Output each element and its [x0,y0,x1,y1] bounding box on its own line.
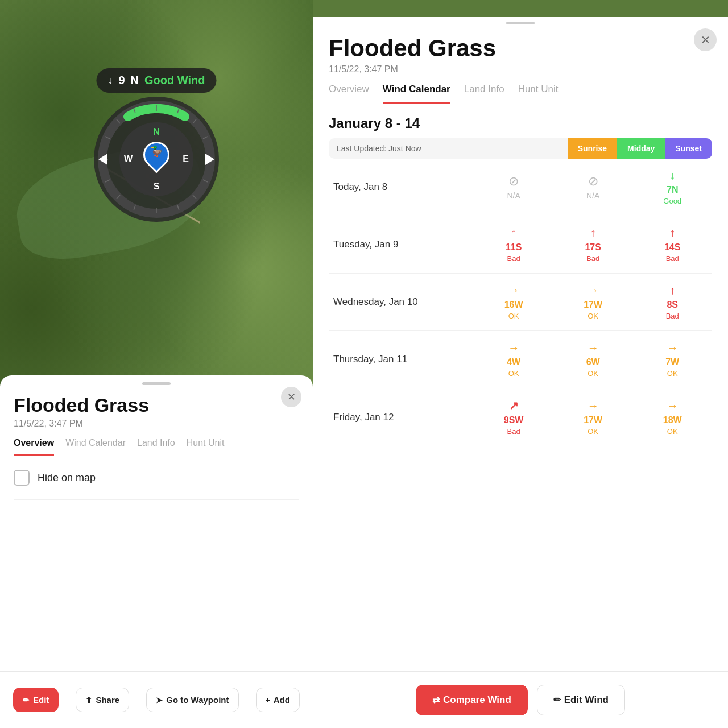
wind-cell-sunset: ↑ 8S Bad [632,274,712,331]
right-panel: ✕ Flooded Grass 11/5/22, 3:47 PM Overvie… [313,0,728,728]
pin-icon: 🦆 [150,145,163,158]
tab-wind-calendar-left[interactable]: Wind Calendar [65,438,126,456]
wind-cell-midday: → 17W OK [553,388,633,446]
wind-val: ↑ 17S Bad [558,226,628,263]
wind-number-dir: 9SW [504,415,524,426]
compass-outer: N S E W 🦆 [94,97,219,222]
tab-land-info-right[interactable]: Land Info [464,84,504,104]
sheet-date-left: 11/5/22, 3:47 PM [14,419,299,429]
go-to-waypoint-button[interactable]: ➤ Go to Waypoint [146,688,238,712]
wind-arrow-icon: → [588,341,599,354]
wind-number-dir: 17S [585,242,601,253]
bottom-sheet-left: ✕ Flooded Grass 11/5/22, 3:47 PM Overvie… [0,375,313,728]
edit-button-left[interactable]: ✏ Edit [13,688,59,712]
sheet-tabs-left: Overview Wind Calendar Land Info Hunt Un… [14,438,299,456]
wind-quality: OK [667,427,678,436]
wind-number-dir: 4W [507,357,520,368]
add-icon: + [266,696,270,705]
wind-arrow-icon: → [508,341,519,354]
wind-arrow-icon: ↗ [509,399,519,412]
right-title: Flooded Grass [329,35,712,62]
wind-arrow-icon: ↑ [511,226,516,239]
share-label: Share [96,695,119,705]
wind-quality: Bad [666,254,679,263]
wind-val: → 4W OK [478,341,549,378]
wind-val: ↑ 11S Bad [478,226,549,263]
hide-on-map-row: Hide on map [14,456,299,500]
wind-quality: Bad [507,254,520,263]
wind-val: → 7W OK [637,341,708,378]
table-row: Today, Jan 8 ⊘ N/A ⊘ N/A ↓ 7N Good [329,159,712,216]
bottom-toolbar-left: ✏ Edit ⬆ Share ➤ Go to Waypoint + Add [0,671,313,728]
tab-hunt-unit-right[interactable]: Hunt Unit [518,84,559,104]
tab-hunt-unit-left[interactable]: Hunt Unit [187,438,225,456]
share-icon: ⬆ [85,696,92,705]
wind-quality-label: Good Wind [144,74,205,87]
wind-cell-sunrise: ↑ 11S Bad [474,216,553,274]
wind-cell-sunrise: ⊘ N/A [474,159,553,216]
wind-table-container: Today, Jan 8 ⊘ N/A ⊘ N/A ↓ 7N Good Tuesd… [329,159,712,545]
tab-overview-left[interactable]: Overview [14,438,54,456]
wind-arrow-icon: ↓ [669,169,675,182]
add-button-left[interactable]: + Add [256,688,300,712]
wind-number-dir: 7W [665,357,679,368]
left-panel: ↓ 9 N Good Wind [0,0,313,728]
sunrise-button[interactable]: Sunrise [568,138,617,159]
right-sheet: ✕ Flooded Grass 11/5/22, 3:47 PM Overvie… [313,17,728,728]
sunset-button[interactable]: Sunset [665,138,712,159]
day-label: Tuesday, Jan 9 [329,216,474,274]
wind-arrow-icon: → [667,399,678,412]
wind-cell-midday: ↑ 17S Bad [553,216,633,274]
wind-val: → 17W OK [558,284,628,320]
wind-cell-midday: ⊘ N/A [553,159,633,216]
wind-quality: Bad [666,312,679,320]
edit-label: Edit [33,695,49,705]
tab-land-info-left[interactable]: Land Info [137,438,175,456]
close-button-right[interactable]: ✕ [694,28,717,51]
compass: N S E W 🦆 [94,97,219,222]
wind-table: Today, Jan 8 ⊘ N/A ⊘ N/A ↓ 7N Good Tuesd… [329,159,712,446]
table-row: Thursday, Jan 11 → 4W OK → 6W OK → 7W OK [329,331,712,388]
wind-arrow-icon: ↑ [669,226,675,239]
tab-overview-right[interactable]: Overview [329,84,369,104]
wind-quality: OK [588,427,598,436]
compare-wind-button[interactable]: ⇄ Compare Wind [416,685,528,715]
compass-s: S [154,181,160,192]
edit-wind-button[interactable]: ✏ Edit Wind [537,685,625,715]
wind-cell-sunrise: → 16W OK [474,274,553,331]
wind-quality: OK [588,369,598,378]
edit-wind-icon: ✏ [553,694,561,705]
compare-wind-icon: ⇄ [432,694,440,705]
wind-number-dir: 14S [664,242,680,253]
wind-cell-sunset: ↑ 14S Bad [632,216,712,274]
hide-on-map-checkbox[interactable] [14,470,30,486]
wind-number-dir: 7N [667,184,678,196]
wind-number-dir: 17W [584,415,602,426]
wind-cell-midday: → 17W OK [553,274,633,331]
wind-val: ↑ 14S Bad [637,226,708,263]
share-button-left[interactable]: ⬆ Share [76,688,129,712]
wind-arrow-icon: → [508,284,519,297]
wind-arrow-icon: → [588,284,599,297]
table-row: Tuesday, Jan 9 ↑ 11S Bad ↑ 17S Bad ↑ 14S… [329,216,712,274]
wind-na-sunrise: ⊘ N/A [478,174,549,200]
wind-cell-sunset: → 18W OK [632,388,712,446]
right-map-bg [313,0,728,17]
tab-wind-calendar-right[interactable]: Wind Calendar [383,84,450,104]
wind-na-midday: ⊘ N/A [558,174,628,200]
sheet-title-left: Flooded Grass [14,394,299,416]
add-label: Add [274,695,290,705]
close-button-left[interactable]: ✕ [281,387,301,407]
table-row: Friday, Jan 12 ↗ 9SW Bad → 17W OK → 18W … [329,388,712,446]
wind-cell-sunset: → 7W OK [632,331,712,388]
edit-wind-label: Edit Wind [564,694,609,706]
wind-val: → 16W OK [478,284,549,320]
wind-quality: OK [588,312,598,320]
wind-quality: OK [508,312,519,320]
wind-number-dir: 6W [586,357,600,368]
right-handle [506,22,535,24]
midday-button[interactable]: Midday [617,138,665,159]
wind-val: ↗ 9SW Bad [478,399,549,436]
location-pin: 🦆 [142,142,171,177]
last-updated-bar: Last Updated: Just Now Sunrise Midday Su… [329,138,712,159]
